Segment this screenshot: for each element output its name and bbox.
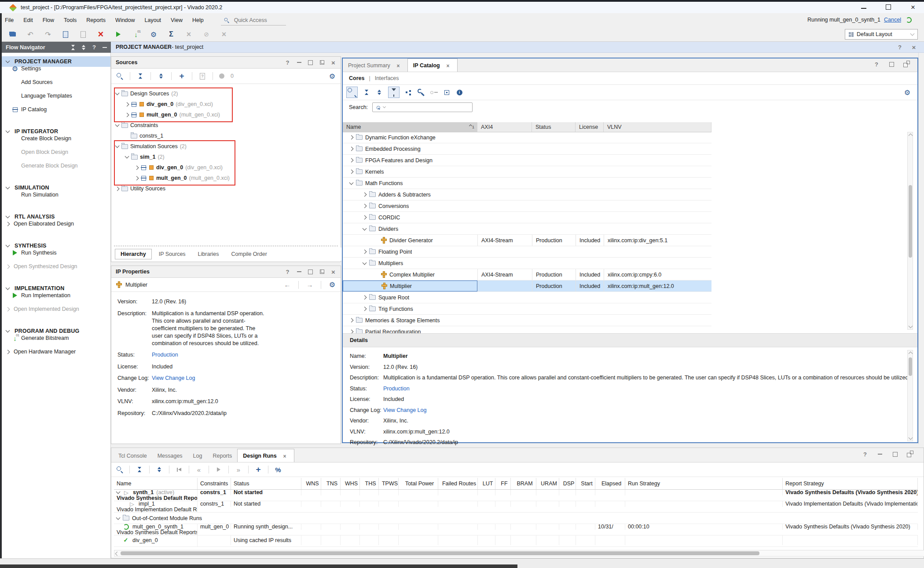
menu-flow[interactable]: Flow (38, 15, 59, 25)
menu-tools[interactable]: Tools (59, 15, 81, 25)
subtab-cores[interactable]: Cores (349, 75, 364, 81)
open-project-icon[interactable] (9, 30, 17, 38)
menu-view[interactable]: View (166, 15, 187, 25)
column-header-ths[interactable]: THS (360, 478, 379, 489)
maximize-panel-icon[interactable] (308, 269, 313, 275)
add-sources-icon[interactable] (178, 72, 186, 80)
disabled-clip-icon[interactable] (202, 30, 210, 38)
column-header-total-power[interactable]: Total Power (399, 478, 438, 489)
minimize-panel-icon[interactable] (102, 45, 107, 50)
column-header-tns[interactable]: TNS (321, 478, 341, 489)
chevron-down-icon[interactable] (125, 154, 129, 159)
design-run-row-mult-gen-0-synth-1[interactable]: mult_gen_0_synth_1mult_gen_0Running synt… (114, 524, 918, 535)
sidebar-item-language-templates[interactable]: Language Templates (2, 91, 110, 101)
catalog-search-box[interactable] (372, 102, 473, 112)
sidebar-item-run-implementation[interactable]: Run Implementation (2, 290, 110, 301)
sidebar-item-open-implemented-design[interactable]: Open Implemented Design (2, 304, 110, 314)
chevron-right-icon[interactable] (363, 250, 367, 254)
chevron-down-icon[interactable] (6, 328, 10, 333)
catalog-row-kernels[interactable]: Kernels (343, 166, 711, 178)
create-design-icon[interactable] (404, 88, 412, 96)
chevron-right-icon[interactable] (363, 204, 367, 208)
sidebar-item-add-sources[interactable]: Add Sources (2, 77, 110, 87)
close-tab-icon[interactable] (281, 452, 287, 459)
close-panel-icon[interactable] (330, 269, 336, 275)
collapse-all-icon[interactable] (363, 88, 370, 96)
chevron-down-icon[interactable] (6, 185, 10, 189)
chevron-right-icon[interactable] (349, 147, 354, 151)
property-value[interactable]: View Change Log (152, 375, 267, 382)
forward-arrow-icon[interactable] (306, 281, 314, 289)
report-doc-icon[interactable] (62, 30, 70, 38)
minimize-panel-icon[interactable] (296, 60, 302, 66)
chevron-down-icon[interactable] (6, 59, 10, 63)
column-header-status[interactable]: Status (231, 478, 301, 489)
catalog-row-conversions[interactable]: Conversions (343, 200, 711, 212)
menu-layout[interactable]: Layout (140, 15, 166, 25)
tree-item-sim_1[interactable]: sim_1 (2) (111, 152, 341, 162)
horizontal-scrollbar[interactable] (114, 550, 924, 557)
tree-item-div_gen_0[interactable]: div_gen_0 (div_gen_0.xci) (111, 162, 341, 173)
maximize-panel-icon[interactable] (891, 450, 899, 458)
close-panel-icon[interactable] (330, 60, 336, 66)
minimize-panel-icon[interactable] (876, 450, 884, 458)
delete-icon[interactable] (97, 30, 105, 38)
quick-access-input[interactable] (233, 17, 281, 24)
chevron-right-icon[interactable] (6, 264, 10, 269)
column-header-ff[interactable]: FF (495, 478, 511, 489)
chevron-right-icon[interactable] (6, 350, 10, 354)
catalog-row-math-functions[interactable]: Math Functions (343, 178, 711, 189)
property-value[interactable]: Production (152, 351, 267, 359)
catalog-row-dynamic-function-exchange[interactable]: Dynamic Function eXchange (343, 132, 711, 143)
sidebar-item-generate-bitstream[interactable]: Generate Bitstream (2, 333, 110, 343)
catalog-row-adders-subtracters[interactable]: Adders & Subtracters (343, 189, 711, 200)
chevron-right-icon[interactable] (135, 165, 139, 170)
column-header-tpws[interactable]: TPWS (379, 478, 399, 489)
tab-design-runs[interactable]: Design Runs (237, 449, 294, 462)
maximize-panel-icon[interactable] (887, 60, 895, 68)
chevron-down-icon[interactable] (363, 260, 367, 265)
create-run-icon[interactable] (254, 466, 262, 473)
tree-item-Design Sources[interactable]: Design Sources (2) (111, 88, 341, 99)
generate-bitstream-icon[interactable] (132, 30, 140, 38)
scrollbar-thumb[interactable] (909, 185, 912, 258)
tab-ip-sources[interactable]: IP Sources (154, 249, 191, 259)
catalog-row-embedded-processing[interactable]: Embedded Processing (343, 143, 711, 155)
catalog-search-input[interactable] (388, 104, 469, 111)
column-header-bram[interactable]: BRAM (511, 478, 536, 489)
close-tab-icon[interactable] (395, 62, 401, 68)
layout-selector[interactable]: Default Layout (845, 29, 918, 40)
float-panel-icon[interactable] (902, 60, 910, 68)
close-view-icon[interactable] (910, 43, 918, 51)
tree-item-Constraints[interactable]: Constraints (111, 120, 341, 131)
collapse-all-icon[interactable] (136, 72, 144, 80)
chevron-right-icon[interactable] (349, 158, 354, 163)
sidebar-item-settings[interactable]: Settings (2, 63, 110, 74)
settings-gear-icon[interactable] (150, 30, 158, 38)
expand-all-icon[interactable] (157, 72, 165, 80)
design-run-row-div-gen-0[interactable]: div_gen_0Using cached IP results (114, 535, 918, 547)
run-progress-icon[interactable] (274, 466, 282, 473)
design-run-row-synth-1[interactable]: synth_1 (active)constrs_1Not startedViva… (114, 490, 918, 501)
close-window-icon[interactable]: × (907, 3, 919, 12)
column-header-wns[interactable]: WNS (301, 478, 321, 489)
collapse-all-icon[interactable] (70, 45, 76, 50)
chevron-right-icon[interactable] (135, 176, 139, 180)
column-header-vlnv[interactable]: VLNV (604, 122, 711, 132)
column-header-dsp[interactable]: DSP (559, 478, 576, 489)
column-header-name[interactable]: Name (114, 478, 198, 489)
settings-gear-icon[interactable] (328, 72, 336, 80)
tree-item-constrs_1[interactable]: constrs_1 (111, 131, 341, 141)
disabled-x2-icon[interactable] (220, 30, 228, 38)
float-panel-icon[interactable] (319, 60, 325, 66)
details-value[interactable]: Production (383, 386, 410, 392)
chevron-right-icon[interactable] (115, 186, 120, 191)
menu-window[interactable]: Window (110, 15, 139, 25)
catalog-row-multipliers[interactable]: Multipliers (343, 258, 711, 269)
menu-reports[interactable]: Reports (81, 15, 110, 25)
chevron-down-icon[interactable] (349, 180, 354, 185)
maximize-panel-icon[interactable] (308, 60, 313, 66)
chevron-down-icon[interactable] (115, 91, 120, 95)
column-header-failed-routes[interactable]: Failed Routes (438, 478, 478, 489)
menu-help[interactable]: Help (187, 15, 209, 25)
